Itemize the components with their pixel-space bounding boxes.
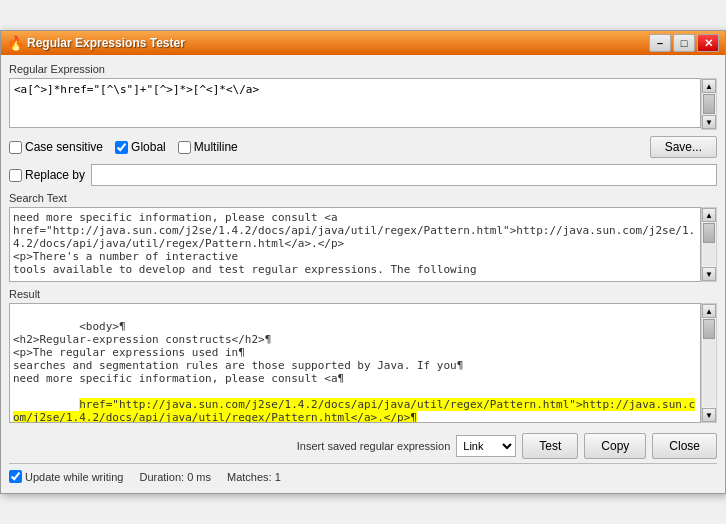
minimize-button[interactable]: – — [649, 34, 671, 52]
search-text-content: need more specific information, please c… — [13, 211, 697, 276]
copy-button[interactable]: Copy — [584, 433, 646, 459]
regex-input[interactable]: <a[^>]*href="[^\s"]+"[^>]*>[^<]*<\/a> — [9, 78, 701, 128]
scroll-track — [703, 94, 715, 114]
close-button[interactable]: Close — [652, 433, 717, 459]
window-title: Regular Expressions Tester — [27, 36, 649, 50]
update-option[interactable]: Update while writing — [9, 470, 123, 483]
case-sensitive-option[interactable]: Case sensitive — [9, 140, 103, 154]
window-controls: – □ ✕ — [649, 34, 719, 52]
replace-checkbox[interactable] — [9, 169, 22, 182]
multiline-label: Multiline — [194, 140, 238, 154]
update-label: Update while writing — [25, 471, 123, 483]
search-scroll-down[interactable]: ▼ — [702, 267, 716, 281]
options-row: Case sensitive Global Multiline Save... — [9, 136, 717, 158]
multiline-checkbox[interactable] — [178, 141, 191, 154]
regex-scrollbar[interactable]: ▲ ▼ — [701, 78, 717, 130]
result-area[interactable]: <body>¶ <h2>Regular-expression construct… — [9, 303, 701, 423]
search-scroll-thumb[interactable] — [703, 223, 715, 243]
scroll-down-arrow[interactable]: ▼ — [702, 115, 716, 129]
global-label: Global — [131, 140, 166, 154]
scroll-thumb[interactable] — [703, 94, 715, 114]
result-pre: <body>¶ <h2>Regular-expression construct… — [13, 320, 463, 385]
matches-text: Matches: 1 — [227, 471, 281, 483]
regex-value: <a[^>]*href="[^\s"]+"[^>]*>[^<]*<\/a> — [14, 83, 259, 96]
result-label: Result — [9, 288, 717, 300]
search-scroll-up[interactable]: ▲ — [702, 208, 716, 222]
result-area-wrapper: <body>¶ <h2>Regular-expression construct… — [9, 303, 717, 423]
test-button[interactable]: Test — [522, 433, 578, 459]
search-scrollbar[interactable]: ▲ ▼ — [701, 207, 717, 282]
duration-text: Duration: 0 ms — [139, 471, 211, 483]
case-sensitive-label: Case sensitive — [25, 140, 103, 154]
bottom-bar: Insert saved regular expression Link Tes… — [9, 429, 717, 461]
app-icon: 🔥 — [7, 35, 23, 51]
insert-dropdown[interactable]: Link — [456, 435, 516, 457]
regex-section-label: Regular Expression — [9, 63, 717, 75]
result-scroll-up[interactable]: ▲ — [702, 304, 716, 318]
result-scroll-down[interactable]: ▼ — [702, 408, 716, 422]
result-scroll-thumb[interactable] — [703, 319, 715, 339]
insert-saved-label: Insert saved regular expression — [297, 440, 450, 452]
close-window-button[interactable]: ✕ — [697, 34, 719, 52]
result-scroll-track — [703, 319, 715, 407]
main-window: 🔥 Regular Expressions Tester – □ ✕ Regul… — [0, 30, 726, 494]
scroll-up-arrow[interactable]: ▲ — [702, 79, 716, 93]
titlebar: 🔥 Regular Expressions Tester – □ ✕ — [1, 31, 725, 55]
global-checkbox[interactable] — [115, 141, 128, 154]
update-checkbox[interactable] — [9, 470, 22, 483]
search-scroll-track — [703, 223, 715, 266]
status-separator — [9, 463, 717, 464]
search-text-area-wrapper: need more specific information, please c… — [9, 207, 717, 282]
case-sensitive-checkbox[interactable] — [9, 141, 22, 154]
result-scrollbar[interactable]: ▲ ▼ — [701, 303, 717, 423]
multiline-option[interactable]: Multiline — [178, 140, 238, 154]
result-content: <body>¶ <h2>Regular-expression construct… — [13, 307, 697, 423]
result-highlight: href="http://java.sun.com/j2se/1.4.2/doc… — [13, 398, 695, 423]
replace-row: Replace by — [9, 164, 717, 186]
replace-input[interactable] — [91, 164, 717, 186]
replace-option[interactable]: Replace by — [9, 168, 85, 182]
content-area: Regular Expression <a[^>]*href="[^\s"]+"… — [1, 55, 725, 493]
maximize-button[interactable]: □ — [673, 34, 695, 52]
replace-label: Replace by — [25, 168, 85, 182]
search-text-area[interactable]: need more specific information, please c… — [9, 207, 701, 282]
status-bar: Update while writing Duration: 0 ms Matc… — [9, 466, 717, 485]
save-button[interactable]: Save... — [650, 136, 717, 158]
search-text-label: Search Text — [9, 192, 717, 204]
global-option[interactable]: Global — [115, 140, 166, 154]
regex-area: <a[^>]*href="[^\s"]+"[^>]*>[^<]*<\/a> ▲ … — [9, 78, 717, 130]
